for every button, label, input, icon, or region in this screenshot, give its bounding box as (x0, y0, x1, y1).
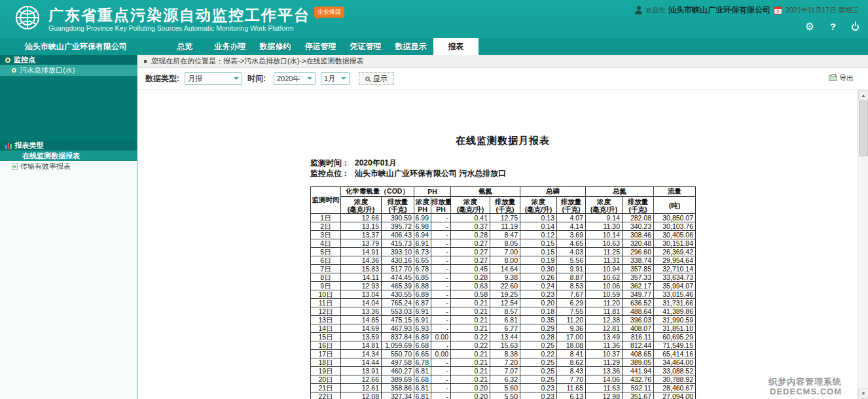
value-cell: 12.93 (341, 282, 382, 290)
value-cell: 9.91 (557, 265, 586, 273)
value-cell: 8.87 (557, 273, 586, 282)
value-cell: 0.12 (520, 231, 557, 239)
table-header-group: 总氮 (586, 187, 654, 197)
report-meta-site: 监控点位：汕头市峡山广业环保有限公司 污水总排放口 (310, 168, 695, 179)
nav-tab-6[interactable]: 报表 (433, 38, 479, 55)
value-cell: - (431, 273, 451, 282)
value-cell: 13.44 (490, 333, 520, 341)
platform-title-cn: 广东省重点污染源自动监控工作平台 (48, 7, 310, 24)
table-header-sub: 排放量(千克) (557, 197, 586, 214)
value-cell: - (431, 299, 451, 307)
value-cell: 7.67 (557, 290, 586, 299)
nav-tab-5[interactable]: 数据显示 (388, 38, 433, 55)
value-cell: 0.14 (520, 222, 557, 231)
value-cell: 0.58 (451, 290, 490, 299)
value-cell: - (431, 324, 451, 333)
sidebar: 监控点 污水总排放口(水) 报表类型 在线监测数据报表 传输有效率报表 (0, 55, 137, 399)
report-title: 在线监测数据月报表 (310, 135, 695, 147)
data-type-select[interactable]: 月报 (185, 72, 242, 85)
table-row: 22日12.08327.346.81-0.205.500.236.1312.98… (311, 392, 696, 399)
show-button[interactable]: 显示 (359, 72, 394, 85)
value-cell: 6.78 (414, 358, 431, 367)
table-header-sub: 浓度(毫克/升) (341, 197, 382, 214)
help-icon[interactable]: ? (830, 22, 836, 32)
value-cell: 8.47 (490, 231, 520, 239)
table-header-group: 监测时间 (311, 187, 341, 214)
export-button[interactable]: 导出 (829, 73, 854, 83)
value-cell: 475.15 (382, 316, 414, 324)
breadcrumb-text: 您现在所在的位置是：报表->污水总排放口(水)->在线监测数据报表 (151, 56, 364, 66)
value-cell: 441.94 (623, 367, 654, 375)
scrollbar-thumb[interactable] (859, 101, 868, 156)
value-cell: 430.55 (382, 290, 414, 299)
value-cell: 6.81 (490, 316, 520, 324)
table-header-sub: 排放量PH (431, 197, 451, 214)
day-cell: 6日 (311, 256, 341, 265)
nav-tab-2[interactable]: 数据修约 (253, 38, 298, 55)
value-cell: 31,990.59 (654, 316, 696, 324)
value-cell: 460.27 (382, 367, 414, 375)
bar-chart-icon (5, 143, 12, 149)
nav-bar: 汕头市峡山广业环保有限公司 总览业务办理数据修约停运管理凭证管理数据显示报表 (0, 38, 868, 55)
value-cell: 395.72 (382, 222, 414, 231)
table-header-sub: (吨) (654, 197, 696, 214)
value-cell: 0.23 (520, 290, 557, 299)
day-cell: 19日 (311, 367, 341, 375)
logged-in-company[interactable]: 汕头市峡山广业环保有限公司 (668, 5, 770, 16)
sidebar-item-transmission-rate-report[interactable]: 传输有效率报表 (0, 161, 137, 171)
nav-tab-4[interactable]: 凭证管理 (343, 38, 388, 55)
value-cell: 33,015.46 (654, 290, 696, 299)
table-row: 4日13.79415.736.91-0.278.050.154.6510.633… (311, 239, 696, 248)
value-cell: 0.28 (451, 273, 490, 282)
sidebar-item-label: 传输有效率报表 (20, 161, 71, 171)
value-cell: 408.07 (623, 324, 654, 333)
value-cell: 488.64 (623, 307, 654, 316)
value-cell: - (431, 248, 451, 256)
value-cell: 474.45 (382, 273, 414, 282)
value-cell: 6.81 (414, 367, 431, 375)
value-cell: 7.07 (490, 367, 520, 375)
value-cell: 636.52 (623, 299, 654, 307)
year-select[interactable]: 2020年 (274, 72, 316, 85)
table-row: 19日13.91460.276.81-0.217.070.258.4313.36… (311, 367, 696, 375)
nav-tab-1[interactable]: 业务办理 (208, 38, 253, 55)
month-select[interactable]: 1月 (321, 72, 350, 85)
settings-gear-icon[interactable]: ⚙ (805, 22, 814, 32)
nav-tab-3[interactable]: 停运管理 (298, 38, 343, 55)
edition-badge: 企业烽版 (314, 7, 344, 18)
value-cell: 30,788.92 (654, 375, 696, 384)
value-cell: 13.79 (341, 239, 382, 248)
value-cell: 13.36 (341, 307, 382, 316)
logout-power-icon[interactable] (852, 24, 859, 31)
data-type-label: 数据类型: (145, 73, 179, 84)
table-header-sub: 排放量(千克) (490, 197, 520, 214)
value-cell: 0.29 (520, 324, 557, 333)
value-cell: 4.14 (557, 222, 586, 231)
value-cell: 357.85 (623, 265, 654, 273)
value-cell: 0.25 (520, 375, 557, 384)
value-cell: 8.43 (557, 367, 586, 375)
sidebar-item-outfall-water[interactable]: 污水总排放口(水) (0, 65, 137, 76)
value-cell: 14.36 (341, 256, 382, 265)
chevron-down-icon (341, 77, 346, 82)
table-header-sub: 排放量(千克) (382, 197, 414, 214)
nav-tab-0[interactable]: 总览 (162, 38, 208, 55)
value-cell: 0.00 (431, 350, 451, 358)
sidebar-item-online-monitoring-report[interactable]: 在线监测数据报表 (0, 150, 137, 161)
app-header: 广东省重点污染源自动监控工作平台 Guangdong Province Key … (0, 0, 868, 38)
value-cell: 10.14 (586, 231, 623, 239)
vertical-scrollbar[interactable]: ▲ ▼ (858, 90, 868, 399)
value-cell: 8.62 (557, 358, 586, 367)
scroll-up-icon[interactable]: ▲ (858, 90, 868, 101)
scroll-down-icon[interactable]: ▼ (858, 389, 868, 399)
value-cell: 349.77 (623, 290, 654, 299)
table-row: 8日14.11474.456.85-0.289.380.268.8710.623… (311, 273, 696, 282)
value-cell: 816.11 (623, 333, 654, 341)
table-row: 16日14.811,059.696.68-0.2215.630.2518.081… (311, 341, 696, 350)
value-cell: 41,389.86 (654, 307, 696, 316)
value-cell: 389.69 (382, 375, 414, 384)
table-row: 2日13.15395.726.98-0.3711.190.144.1411.30… (311, 222, 696, 231)
nav-company-name: 汕头市峡山广业环保有限公司 (25, 38, 127, 55)
nav-tabs: 总览业务办理数据修约停运管理凭证管理数据显示报表 (162, 38, 479, 55)
table-row: 6日14.36430.166.65-0.278.000.195.5611.313… (311, 256, 696, 265)
